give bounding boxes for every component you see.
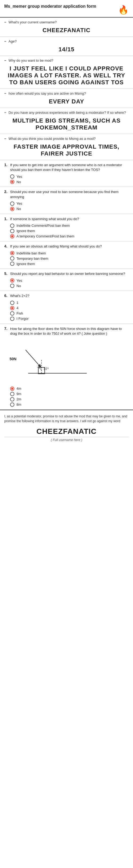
radio-circle[interactable] [10,386,15,391]
radio-circle[interactable] [10,306,15,310]
radio-circle[interactable] [10,229,15,233]
question-text: What do you think you could provide to M… [8,137,96,141]
radio-options: 14FishI Forgor [4,301,129,321]
radio-circle[interactable] [10,180,15,184]
radio-option[interactable]: 9m [10,392,129,396]
radio-option[interactable]: Indefinite Comment/Post ban them [10,224,129,228]
radio-label: I Forgor [17,317,29,321]
radio-circle[interactable] [10,207,15,211]
question-label: −Do you have any previous experiences wi… [4,111,129,115]
dash-icon: − [4,91,7,95]
open-question-q-active: −how often would you say you are active … [0,89,133,108]
question-number: 2. [4,190,8,199]
radio-options: YesNo [4,278,129,288]
question-text: If you were to get into an argument with… [10,163,129,172]
radio-option[interactable]: A temporary Comment/Post ban them [10,234,129,239]
question-row: 6.What's 2+2? [4,293,129,298]
radio-circle[interactable] [10,278,15,283]
radio-label: 9m [17,392,21,396]
answer-text: CHEEZFANATIC [4,25,129,35]
promise-section: I, as a potential moderator, promise to … [0,410,133,444]
radio-label: Yes [17,202,22,206]
question-text: how often would you say you are active o… [8,91,86,95]
answer-text: I JUST FEEL LIKE I COULD APPROVE IMAGES … [4,64,129,88]
question-label: −Age? [4,39,129,43]
question-text: Why do you want to be mod? [8,59,53,62]
radio-option[interactable]: I Forgor [10,317,129,321]
radio-circle[interactable] [10,175,15,179]
radio-option[interactable]: Yes [10,175,129,179]
radio-question-1: 2.Should you ever use your mod to ban so… [0,187,133,214]
signature-answer: CHEEZFANATIC [4,426,129,437]
question-number: 5. [4,272,8,276]
radio-option[interactable]: Ignore them [10,261,129,266]
question-label: −Why do you want to be mod? [4,59,129,62]
radio-option[interactable]: 4 [10,306,129,310]
radio-option[interactable]: 2m [10,397,129,401]
open-question-q-provide: −What do you think you could provide to … [0,134,133,160]
radio-circle[interactable] [10,403,15,407]
radio-label: No [17,284,21,288]
diagram-svg: 37° [20,339,89,381]
radio-circle[interactable] [10,234,15,239]
question-row: 5.Should you report any bad behavior to … [4,272,129,276]
radio-circle[interactable] [10,301,15,305]
radio-circle[interactable] [10,397,15,401]
signature-sub: ( Full username here ) [4,438,129,442]
radio-label: 2m [17,397,21,401]
radio-option[interactable]: Fish [10,311,129,316]
question-number: 4. [4,244,8,249]
form-title: Ms_memer group moderator application for… [4,4,96,9]
radio-option[interactable]: 8m [10,403,129,407]
force-label: 50N [9,357,17,361]
radio-option[interactable]: No [10,284,129,288]
question-row: 1.If someone is spamming what would you … [4,217,129,221]
dash-icon: − [4,59,7,62]
radio-question-3: 4.If you see an obvious alt raiding Msmg… [0,241,133,269]
radio-circle[interactable] [10,317,15,321]
radio-circle[interactable] [10,256,15,260]
question-row: 2.Should you ever use your mod to ban so… [4,190,129,199]
radio-circle[interactable] [10,261,15,266]
question-label: −What's your current username? [4,20,129,24]
radio-option[interactable]: Ignore them [10,229,129,233]
radio-option[interactable]: No [10,207,129,211]
radio-option[interactable]: Indefinite ban them [10,251,129,255]
svg-text:37°: 37° [44,367,49,371]
dash-icon: − [4,137,7,141]
radio-option[interactable]: 4m [10,386,129,391]
radio-option[interactable]: 1 [10,301,129,305]
question-label: −how often would you say you are active … [4,91,129,95]
radio-options: 4m9m2m8m [4,386,129,407]
question-row: 4.If you see an obvious alt raiding Msmg… [4,244,129,249]
radio-circle[interactable] [10,284,15,288]
radio-options: Indefinite Comment/Post ban themIgnore t… [4,224,129,239]
radio-label: Indefinite ban them [17,251,46,255]
radio-label: Temporary ban them [17,256,48,260]
radio-circle[interactable] [10,224,15,228]
radio-circle[interactable] [10,392,15,396]
question-row: 7.How far along the floor does the 50N f… [4,327,129,336]
question-number: 1. [4,217,8,221]
open-question-q-age: −Age?14/15 [0,37,133,56]
header: Ms_memer group moderator application for… [0,0,133,18]
question-number: 7. [4,327,8,336]
radio-circle[interactable] [10,311,15,316]
radio-label: Yes [17,175,22,179]
radio-circle[interactable] [10,202,15,206]
radio-option[interactable]: Temporary ban them [10,256,129,260]
radio-circle[interactable] [10,251,15,255]
promise-text: I, as a potential moderator, promise to … [4,414,129,424]
radio-question-6: 7.How far along the floor does the 50N f… [0,324,133,410]
radio-option[interactable]: No [10,180,129,184]
question-text: If you see an obvious alt raiding Msmg w… [10,244,102,249]
radio-label: 1 [17,301,18,305]
radio-option[interactable]: Yes [10,202,129,206]
radio-label: A temporary Comment/Post ban them [17,234,74,238]
open-question-q-experience: −Do you have any previous experiences wi… [0,108,133,134]
question-label: −What do you think you could provide to … [4,137,129,141]
radio-label: Ignore them [17,262,35,266]
radio-option[interactable]: Yes [10,278,129,283]
svg-line-3 [26,350,41,367]
question-text: Do you have any previous experiences wit… [8,111,126,115]
